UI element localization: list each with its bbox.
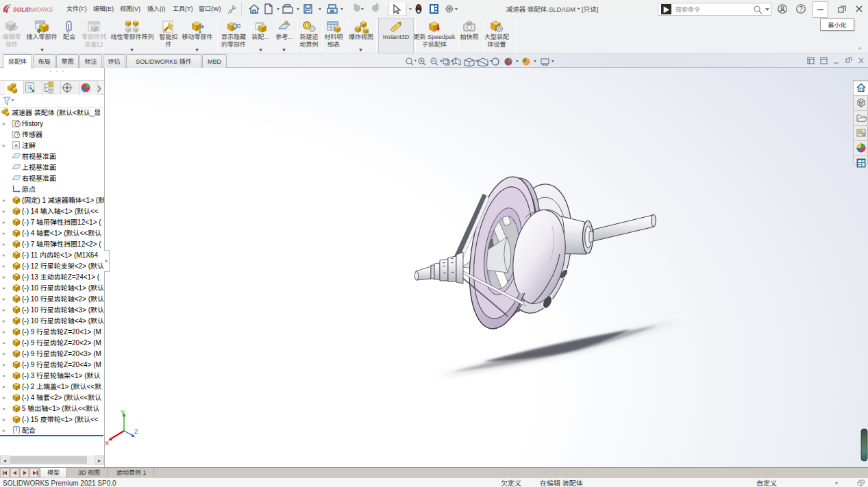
svg-text:SOLIDWORKS: SOLIDWORKS: [13, 6, 53, 13]
svg-text:Z: Z: [134, 428, 138, 435]
svg-text:?: ?: [799, 5, 803, 13]
svg-text:A: A: [14, 142, 18, 149]
svg-text:X: X: [105, 440, 109, 447]
svg-text:Y: Y: [121, 409, 125, 416]
